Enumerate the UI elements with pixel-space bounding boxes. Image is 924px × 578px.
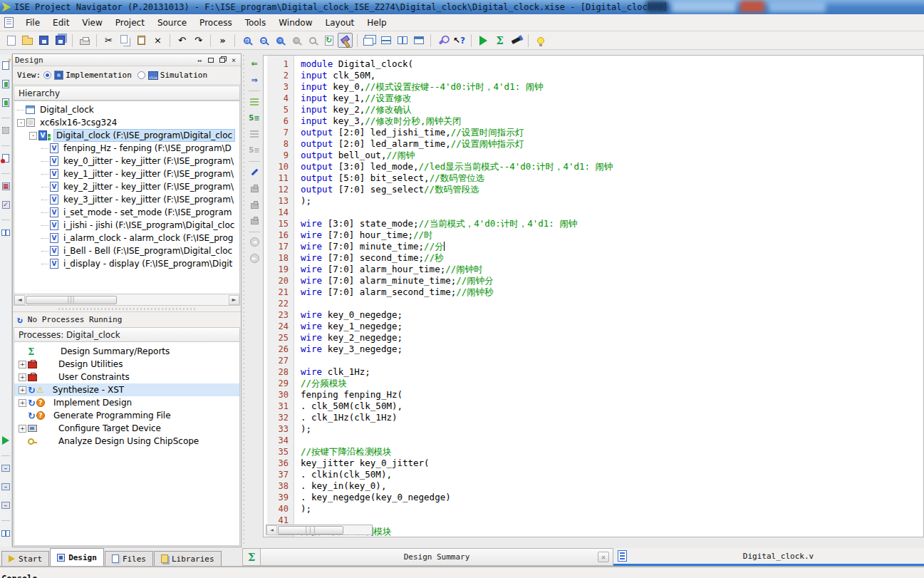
process-item[interactable]: ΣDesign Summary/Reports	[14, 345, 239, 358]
code-line[interactable]: wire [7:0] hour_time;//时	[301, 229, 923, 241]
close-tab-icon[interactable]: ✕	[598, 552, 609, 562]
process-item[interactable]: Analyze Design Using ChipScope	[14, 435, 239, 448]
code-line[interactable]: wire [7:0] second_time;//秒	[301, 252, 923, 264]
close-panel-icon[interactable]: ×	[229, 56, 239, 65]
code-line[interactable]: input key_0,//模式设置按键--4'd0:计时，4'd1: 闹钟	[301, 81, 923, 93]
menu-item-view[interactable]: View	[76, 16, 108, 30]
code-line[interactable]: );	[301, 195, 923, 207]
maximize-panel-icon[interactable]	[206, 56, 216, 65]
tree-item[interactable]: Digital_clock	[14, 103, 239, 116]
code-line[interactable]: input key_2,//修改确认	[301, 104, 923, 115]
code-line[interactable]: wire [7:0] alarm_second_time;//闹钟秒	[301, 287, 923, 298]
code-line[interactable]: //按键下降沿检测模块	[301, 446, 923, 458]
indent-icon[interactable]: ⇒	[248, 74, 261, 86]
process-item[interactable]: ↻?Generate Programming File	[14, 409, 239, 422]
process-columns-icon[interactable]	[1, 528, 11, 538]
outdent-icon[interactable]: ⇐	[248, 58, 261, 70]
add-source-icon[interactable]	[1, 79, 11, 89]
analyzer-telescope-icon[interactable]	[509, 33, 524, 48]
scroll-right-icon[interactable]: ►	[229, 295, 239, 305]
tab-start[interactable]: Start	[1, 551, 49, 566]
code-line[interactable]: wire key_2_negedge;	[301, 332, 923, 344]
code-line[interactable]: output [7:0] seg_select//数码管段选	[301, 184, 923, 195]
window-controls-blurred[interactable]	[646, 1, 839, 14]
simulation-radio[interactable]	[137, 71, 145, 79]
code-line[interactable]: wire [3:0] state_mode;//当前模式，4'd0:计时，4'd…	[301, 218, 923, 229]
code-line[interactable]: wire clk_1Hz;	[301, 366, 923, 378]
zoom-in-icon[interactable]: +	[239, 33, 254, 48]
goto-line-icon[interactable]: 5≡	[248, 112, 261, 124]
rerun-all-icon[interactable]: ⌁	[1, 482, 11, 492]
expander-icon[interactable]: -	[17, 119, 25, 127]
redo-icon[interactable]: ↷	[191, 33, 206, 48]
tab-digital-clock-v[interactable]: Digital_clock.v	[613, 548, 924, 566]
run-play-icon[interactable]	[476, 33, 491, 48]
menu-item-window[interactable]: Window	[272, 16, 318, 30]
code-line[interactable]: output [3:0] led_mode,//led显示当前模式--4'd0:…	[301, 161, 923, 172]
code-line[interactable]: );	[301, 503, 923, 515]
paste-icon[interactable]	[134, 33, 149, 48]
toolbar-overflow-chevron[interactable]: »	[215, 33, 230, 48]
tree-item[interactable]: Vi_display - display (F:\ISE_program\Dig…	[14, 257, 239, 270]
hierarchy-hscrollbar[interactable]: ◄ ||| ►	[14, 294, 240, 306]
design-properties-icon[interactable]: ▦	[1, 181, 11, 191]
code-line[interactable]: . clkin(clk_50M),	[301, 469, 923, 480]
highlight-lines-icon[interactable]	[248, 96, 261, 108]
hierarchy-tree[interactable]: Digital_clock-xc6slx16-3csg324-VDigital_…	[14, 100, 240, 294]
code-line[interactable]: input clk_50M,	[301, 70, 923, 81]
expander-icon[interactable]: +	[19, 425, 26, 433]
tile-horizontal-icon[interactable]	[378, 33, 393, 48]
check-syntax-icon[interactable]: ✓	[1, 200, 11, 210]
tree-item[interactable]: Vi_alarm_clock - alarm_clock (F:\ISE_pro…	[14, 232, 239, 244]
copy-icon[interactable]	[118, 33, 133, 48]
code-line[interactable]: module Digital_clock(	[301, 58, 923, 70]
code-line[interactable]: . clk_1Hz(clk_1Hz)	[301, 412, 923, 423]
view-columns-icon[interactable]	[1, 227, 11, 237]
new-doc-icon[interactable]	[4, 33, 19, 48]
print-icon[interactable]	[77, 33, 92, 48]
wrench-settings-icon[interactable]	[435, 33, 450, 48]
menu-item-project[interactable]: Project	[109, 16, 151, 30]
scroll-handle[interactable]: |||	[278, 526, 343, 535]
new-project-icon[interactable]	[1, 61, 11, 71]
expander-icon[interactable]: +	[19, 399, 26, 407]
refresh-icon[interactable]: ↻	[321, 33, 336, 48]
menu-item-edit[interactable]: Edit	[46, 16, 76, 30]
tree-item[interactable]: Vkey_1_jitter - key_jitter (F:\ISE_progr…	[14, 167, 239, 180]
menu-item-tools[interactable]: Tools	[239, 16, 273, 30]
cascade-windows-icon[interactable]	[362, 33, 377, 48]
tree-item[interactable]: Vkey_3_jitter - key_jitter (F:\ISE_progr…	[14, 193, 239, 206]
process-item[interactable]: +Design Utilities	[14, 358, 239, 371]
undo-icon[interactable]: ↶	[175, 33, 190, 48]
code-editor[interactable]: 1234567891011121314151617181920212223242…	[263, 55, 924, 537]
tab-files[interactable]: Files	[105, 551, 153, 566]
stop-process-icon[interactable]: ⌁	[1, 500, 11, 510]
zoom-out-icon[interactable]: −	[256, 33, 271, 48]
code-line[interactable]: output [2:0] led_jishi_time,//设置时间指示灯	[301, 127, 923, 138]
tab-design-summary[interactable]: Design Summary ✕	[261, 548, 613, 566]
code-line[interactable]: output [5:0] bit_select,//数码管位选	[301, 172, 923, 184]
processes-tree[interactable]: ΣDesign Summary/Reports+Design Utilities…	[14, 342, 240, 546]
code-line[interactable]: //分频模块	[301, 378, 923, 389]
process-item[interactable]: +↻⚠Synthesize - XST	[14, 383, 239, 396]
code-line[interactable]	[301, 435, 923, 446]
code-line[interactable]: );	[301, 423, 923, 435]
code-line[interactable]: . key_negedge(key_0_negedge)	[301, 492, 923, 503]
code-line[interactable]: wire key_1_negedge;	[301, 321, 923, 332]
process-item[interactable]: +Configure Target Device	[14, 422, 239, 435]
tree-item[interactable]: -VDigital_clock (F:\ISE_program\Digital_…	[14, 129, 239, 142]
code-line[interactable]: wire key_3_negedge;	[301, 344, 923, 355]
editor-hscrollbar[interactable]: ◄ |||	[266, 525, 373, 535]
tab-design[interactable]: Design	[50, 548, 104, 566]
process-item[interactable]: +↻?Implement Design	[14, 396, 239, 409]
code-line[interactable]	[301, 207, 923, 218]
expander-icon[interactable]: +	[19, 373, 26, 381]
code-line[interactable]: wire [7:0] alarm_minute_time;//闹钟分	[301, 275, 923, 287]
menu-item-layout[interactable]: Layout	[319, 16, 361, 30]
process-item[interactable]: +User Constraints	[14, 371, 239, 383]
float-panel-icon[interactable]: ↔	[194, 56, 204, 65]
code-line[interactable]: output [2:0] led_alarm_time,//设置闹钟指示灯	[301, 138, 923, 150]
tree-item[interactable]: Vkey_0_jitter - key_jitter (F:\ISE_progr…	[14, 155, 239, 167]
code-line[interactable]	[301, 355, 923, 366]
tree-item[interactable]: Vi_jishi - jishi (F:\ISE_program\Digital…	[14, 219, 239, 232]
